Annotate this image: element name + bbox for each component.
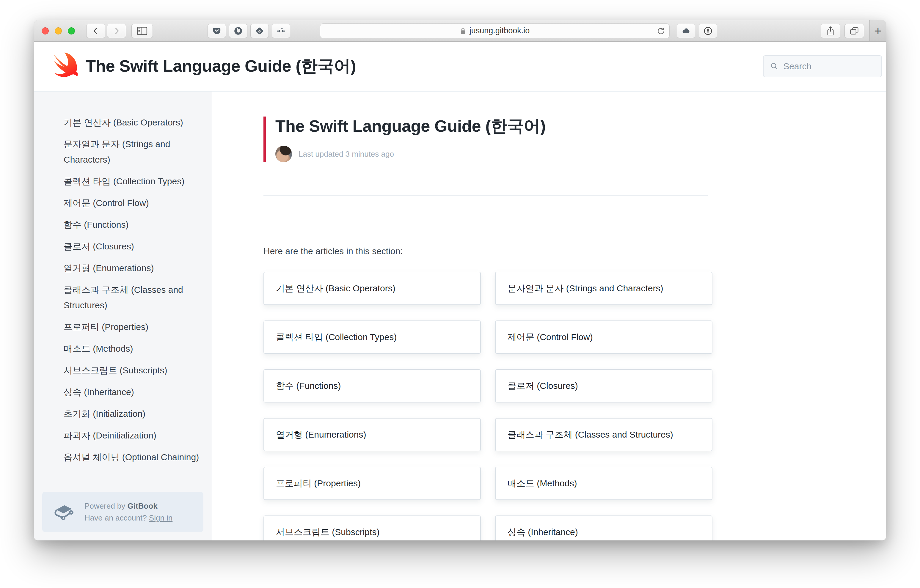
chevron-right-icon: [112, 26, 121, 36]
extension-cloud-button[interactable]: [677, 24, 695, 38]
last-updated-text: Last updated 3 minutes ago: [298, 149, 394, 159]
sidebar-item[interactable]: 제어문 (Control Flow): [64, 195, 201, 211]
onepassword-keyhole-icon: [703, 26, 713, 36]
gitbook-icon: [51, 502, 77, 522]
address-bar[interactable]: jusung.gitbook.io: [320, 23, 670, 38]
article-card[interactable]: 상속 (Inheritance): [495, 515, 713, 541]
sidebar-item[interactable]: 클래스과 구조체 (Classes and Structures): [64, 282, 201, 313]
search-box[interactable]: [763, 55, 882, 77]
sidebar-item[interactable]: 옵셔널 체이닝 (Optional Chaining): [64, 449, 201, 465]
sidebar-nav: 기본 연산자 (Basic Operators)문자열과 문자 (Strings…: [34, 115, 212, 471]
cloud-icon: [681, 26, 691, 36]
account-line: Have an account? Sign in: [84, 512, 172, 524]
sidebar-item[interactable]: 매소드 (Methods): [64, 341, 201, 356]
browser-window: jusung.gitbook.io + The Swift Language G…: [34, 20, 886, 541]
extension-animal-button[interactable]: [229, 24, 248, 38]
article-card[interactable]: 클로저 (Closures): [495, 369, 713, 402]
article-card[interactable]: 문자열과 문자 (Strings and Characters): [495, 272, 713, 305]
sidebar-icon: [137, 26, 147, 36]
share-icon: [826, 26, 835, 36]
site-header: The Swift Language Guide (한국어): [34, 42, 886, 92]
page-title: The Swift Language Guide (한국어): [275, 117, 886, 136]
gitbook-brand: GitBook: [128, 502, 157, 510]
browser-toolbar: jusung.gitbook.io +: [34, 20, 886, 42]
account-question-text: Have an account?: [84, 513, 149, 522]
reload-button[interactable]: [656, 26, 665, 37]
forward-button[interactable]: [107, 24, 126, 38]
gitbook-footer: Powered by GitBook Have an account? Sign…: [42, 492, 203, 532]
article-card-grid: 기본 연산자 (Basic Operators)문자열과 문자 (Strings…: [264, 272, 886, 541]
byline: Last updated 3 minutes ago: [275, 146, 886, 162]
article-card[interactable]: 제어문 (Control Flow): [495, 321, 713, 354]
extension-onepassword-button[interactable]: [699, 24, 717, 38]
sidebar-toggle-button[interactable]: [131, 24, 153, 38]
site-title: The Swift Language Guide (한국어): [86, 55, 356, 78]
gem-icon: [255, 26, 264, 36]
zoom-window-button[interactable]: [68, 28, 75, 34]
sidebar-item[interactable]: 초기화 (Initialization): [64, 406, 201, 421]
new-tab-button[interactable]: +: [870, 20, 886, 41]
article-card[interactable]: 함수 (Functions): [264, 369, 481, 402]
article-card[interactable]: 프로퍼티 (Properties): [264, 467, 481, 500]
extension-arrows-button[interactable]: [272, 24, 290, 38]
content-divider: [264, 195, 708, 196]
share-button[interactable]: [821, 24, 840, 38]
chevron-left-icon: [91, 26, 100, 36]
inward-arrows-icon: [276, 26, 286, 36]
article-card[interactable]: 매소드 (Methods): [495, 467, 713, 500]
page-head: The Swift Language Guide (한국어) Last upda…: [264, 117, 886, 162]
tabs-overview-button[interactable]: [844, 24, 864, 38]
sidebar-item[interactable]: 기본 연산자 (Basic Operators): [64, 115, 201, 130]
powered-by-text: Powered by: [84, 502, 128, 510]
article-card[interactable]: 서브스크립트 (Subscripts): [264, 515, 481, 541]
sign-in-link[interactable]: Sign in: [149, 513, 173, 522]
sidebar-item[interactable]: 상속 (Inheritance): [64, 384, 201, 400]
close-window-button[interactable]: [42, 28, 49, 34]
animal-head-icon: [233, 26, 243, 36]
article-card[interactable]: 콜렉션 타입 (Collection Types): [264, 321, 481, 354]
author-avatar: [275, 146, 292, 162]
sidebar-item[interactable]: 함수 (Functions): [64, 217, 201, 232]
sidebar: 기본 연산자 (Basic Operators)문자열과 문자 (Strings…: [34, 92, 212, 541]
search-input[interactable]: [782, 61, 875, 72]
sidebar-item[interactable]: 클로저 (Closures): [64, 239, 201, 254]
url-text: jusung.gitbook.io: [470, 26, 530, 36]
search-icon: [770, 62, 779, 71]
extension-pocket-button[interactable]: [207, 24, 226, 38]
article-card[interactable]: 클래스과 구조체 (Classes and Structures): [495, 418, 713, 451]
back-button[interactable]: [86, 24, 105, 38]
intro-text: Here are the articles in this section:: [264, 246, 886, 256]
sidebar-item[interactable]: 프로퍼티 (Properties): [64, 319, 201, 335]
article-card[interactable]: 열거형 (Enumerations): [264, 418, 481, 451]
sidebar-item[interactable]: 콜렉션 타입 (Collection Types): [64, 173, 201, 189]
swift-logo-icon: [49, 52, 78, 81]
tabs-icon: [850, 27, 859, 35]
reload-icon: [656, 26, 665, 36]
lock-icon: [460, 27, 466, 35]
sidebar-item[interactable]: 서브스크립트 (Subscripts): [64, 363, 201, 378]
article-card[interactable]: 기본 연산자 (Basic Operators): [264, 272, 481, 305]
sidebar-item[interactable]: 파괴자 (Deinitialization): [64, 428, 201, 443]
extension-gem-button[interactable]: [250, 24, 269, 38]
sidebar-item[interactable]: 열거형 (Enumerations): [64, 261, 201, 276]
minimize-window-button[interactable]: [55, 28, 62, 34]
powered-by-line: Powered by GitBook: [84, 500, 172, 512]
pocket-icon: [212, 26, 221, 36]
sidebar-item[interactable]: 문자열과 문자 (Strings and Characters): [64, 136, 201, 167]
main-content: The Swift Language Guide (한국어) Last upda…: [212, 92, 886, 541]
